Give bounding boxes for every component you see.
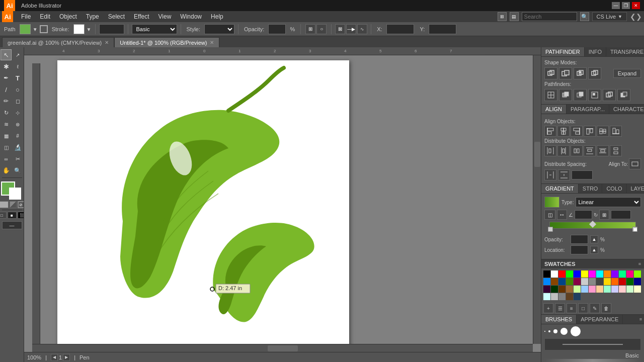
scissors-tool[interactable]: ✂ bbox=[12, 153, 23, 164]
swatch-37[interactable] bbox=[626, 286, 633, 293]
swatch-add-btn[interactable]: + bbox=[543, 303, 553, 313]
tab-character[interactable]: CHARACTER bbox=[609, 105, 644, 114]
blend-tool[interactable]: ∞ bbox=[1, 153, 12, 164]
align-top-btn[interactable] bbox=[584, 126, 596, 137]
line-tool[interactable]: / bbox=[1, 84, 12, 95]
hand-tool[interactable]: ✋ bbox=[1, 165, 12, 176]
tab-pathfinder[interactable]: PATHFINDER bbox=[541, 47, 585, 56]
swatch-delete-btn[interactable]: 🗑 bbox=[601, 303, 611, 313]
brush-dot-4[interactable] bbox=[560, 328, 568, 335]
y-coord-input[interactable]: 4.4722 in bbox=[429, 24, 456, 34]
minimize-button[interactable]: — bbox=[612, 2, 620, 9]
eraser-tool[interactable]: ◻ bbox=[12, 96, 23, 107]
style-select[interactable] bbox=[204, 24, 234, 34]
column-graph-tool[interactable]: ▦ bbox=[1, 130, 12, 141]
swatch-38[interactable] bbox=[634, 286, 641, 293]
swatch-30[interactable] bbox=[574, 286, 581, 293]
brush-select[interactable]: Basic bbox=[132, 24, 177, 34]
align-center-h-btn[interactable] bbox=[557, 126, 570, 137]
swatch-5[interactable] bbox=[581, 270, 588, 278]
scrollbar-horizontal[interactable] bbox=[32, 344, 533, 352]
close-tab-2[interactable]: ✕ bbox=[210, 40, 214, 45]
menu-select[interactable]: Select bbox=[104, 12, 129, 21]
gradient-opacity-input[interactable]: 100 bbox=[571, 235, 588, 244]
menu-view[interactable]: View bbox=[154, 12, 176, 21]
tab-transparency[interactable]: TRANSPAREN... bbox=[606, 47, 644, 56]
swatch-34[interactable] bbox=[604, 286, 611, 293]
gradient-preview-swatch[interactable] bbox=[544, 197, 559, 208]
swatch-type-btn[interactable]: ☰ bbox=[555, 303, 565, 313]
swatch-list-btn[interactable]: ≡ bbox=[567, 303, 577, 313]
x-coord-input[interactable]: 5.4722 in bbox=[386, 24, 414, 34]
tab-brushes[interactable]: BRUSHES bbox=[541, 315, 577, 324]
zoom-tool[interactable]: 🔍 bbox=[12, 165, 23, 176]
magic-wand-tool[interactable]: ✱ bbox=[1, 61, 12, 72]
close-tab-1[interactable]: ✕ bbox=[105, 40, 109, 45]
dist-center-v-btn[interactable] bbox=[597, 145, 609, 156]
opacity-step-up[interactable]: ▲ bbox=[590, 235, 598, 243]
trim-btn[interactable] bbox=[559, 89, 572, 101]
swatch-15[interactable] bbox=[558, 278, 566, 285]
swatch-22[interactable] bbox=[611, 278, 618, 285]
tab-gradient[interactable]: GRADIENT bbox=[541, 184, 579, 193]
brush-dot-5[interactable] bbox=[571, 326, 581, 336]
dist-space-h-btn[interactable] bbox=[544, 169, 556, 180]
swatch-29[interactable] bbox=[566, 286, 573, 293]
menu-object[interactable]: Object bbox=[55, 12, 81, 21]
swatch-31[interactable] bbox=[581, 286, 588, 293]
tab-align[interactable]: ALIGN bbox=[541, 105, 567, 114]
stroke-color[interactable] bbox=[9, 188, 21, 200]
dist-top-btn[interactable] bbox=[584, 145, 596, 156]
lasso-tool[interactable]: ℓ bbox=[12, 61, 23, 72]
swatch-42[interactable] bbox=[566, 293, 573, 300]
swatch-25[interactable] bbox=[634, 278, 641, 285]
crop-btn[interactable] bbox=[588, 89, 601, 101]
dist-right-btn[interactable] bbox=[571, 145, 583, 156]
opacity-input[interactable]: 100 bbox=[268, 24, 286, 34]
tab-greenleaf[interactable]: greenleaf.ai @ 100% (CMYK/Preview) ✕ bbox=[2, 37, 114, 47]
swatch-2[interactable] bbox=[558, 270, 566, 278]
stroke-color-swatch[interactable] bbox=[73, 24, 85, 34]
none-mode-btn[interactable]: ⊘ bbox=[18, 201, 25, 208]
menu-help[interactable]: Help bbox=[207, 12, 227, 21]
gradient-aspect-icon[interactable]: ⊞ bbox=[599, 210, 609, 220]
swatch-23[interactable] bbox=[619, 278, 626, 285]
divide-btn[interactable] bbox=[544, 89, 557, 101]
panel-toggle-icon[interactable]: ❮❯ bbox=[630, 13, 642, 21]
swatch-4[interactable] bbox=[574, 270, 581, 278]
align-right-btn[interactable] bbox=[571, 126, 583, 137]
scale-tool[interactable]: ⊹ bbox=[12, 107, 23, 118]
swatch-18[interactable] bbox=[581, 278, 588, 285]
tab-layer-g[interactable]: LAYER bbox=[627, 184, 644, 193]
collapse-arrow-4[interactable]: ≡ bbox=[638, 261, 641, 266]
minus-front-btn[interactable] bbox=[559, 67, 572, 79]
dist-center-h-btn[interactable] bbox=[557, 145, 570, 156]
fill-arrow[interactable]: ▼ bbox=[33, 27, 38, 32]
outline-btn[interactable] bbox=[603, 89, 616, 101]
transform-effect-icon[interactable]: —▶ bbox=[346, 24, 356, 34]
expand-button[interactable]: Expand bbox=[613, 69, 641, 78]
menu-window[interactable]: Window bbox=[176, 12, 206, 21]
dist-space-v-btn[interactable] bbox=[558, 169, 570, 180]
brushes-collapse[interactable]: ≡ bbox=[637, 315, 644, 324]
transform2-icon[interactable]: ○ bbox=[316, 24, 327, 34]
swatch-0[interactable] bbox=[543, 270, 550, 278]
tab-info[interactable]: INFO bbox=[585, 47, 606, 56]
swatch-36[interactable] bbox=[619, 286, 626, 293]
swatch-11[interactable] bbox=[626, 270, 633, 278]
swatch-16[interactable] bbox=[566, 278, 573, 285]
angle-input[interactable]: 0 bbox=[575, 210, 592, 219]
transform-icon[interactable]: ⊞ bbox=[305, 24, 315, 34]
swatch-17[interactable] bbox=[574, 278, 581, 285]
reverse-gradient-icon[interactable]: ↔ bbox=[557, 210, 567, 220]
tab-appearance[interactable]: APPEARANCE bbox=[577, 315, 623, 324]
stroke-icon[interactable] bbox=[40, 25, 48, 33]
arrange-icon[interactable]: ⊞ bbox=[498, 12, 507, 21]
swatch-27[interactable] bbox=[551, 286, 558, 293]
tab-color-g[interactable]: COLO bbox=[602, 184, 626, 193]
swatch-35[interactable] bbox=[611, 286, 618, 293]
gradient-stop-left[interactable] bbox=[548, 227, 553, 232]
swatch-32[interactable] bbox=[589, 286, 596, 293]
direct-select-tool[interactable]: ↗ bbox=[12, 49, 23, 60]
swatch-26[interactable] bbox=[543, 286, 550, 293]
